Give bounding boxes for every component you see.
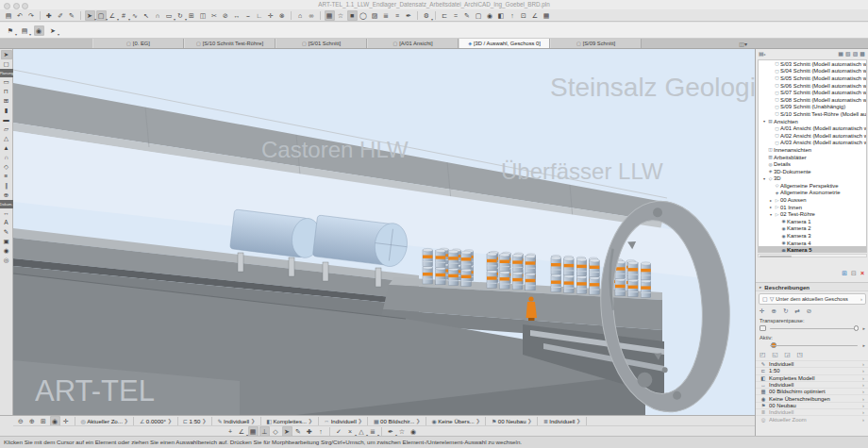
- corner-icon[interactable]: ∟: [255, 10, 265, 21]
- stories-icon[interactable]: ≡: [392, 10, 403, 21]
- window-tool-icon[interactable]: ⊞: [1, 96, 12, 106]
- zone-tool-icon[interactable]: ▣: [1, 237, 12, 246]
- eyedropper-icon[interactable]: ✐: [56, 10, 66, 21]
- tree-item[interactable]: ◎Details: [759, 160, 866, 168]
- guideline-icon[interactable]: ∠▾: [108, 10, 118, 21]
- home-icon[interactable]: ⌂: [295, 10, 306, 21]
- brush-icon[interactable]: ✒▾: [386, 426, 396, 437]
- frame-icon[interactable]: ◫: [198, 10, 209, 21]
- cancel-icon[interactable]: ×▾: [345, 426, 356, 437]
- swap-icon[interactable]: ◲: [784, 351, 790, 358]
- slider-track[interactable]: [770, 328, 858, 329]
- zoom-out-icon[interactable]: ⊖: [16, 416, 26, 426]
- wall-tool-icon[interactable]: ▭: [1, 77, 12, 87]
- arrow-tool-icon[interactable]: ➤▾: [48, 25, 58, 36]
- move-reference-icon[interactable]: ⇄: [794, 307, 799, 315]
- statusbar-orientation-control[interactable]: ∠0.0000°❯: [137, 418, 174, 424]
- tree-item[interactable]: ▸▷01 Innen: [759, 204, 866, 211]
- cursor-snap-icon[interactable]: ↖: [142, 10, 152, 21]
- profile-person-icon[interactable]: ◉: [34, 25, 44, 36]
- transform-icon[interactable]: △▾: [357, 426, 367, 437]
- angle-icon[interactable]: ∠: [530, 10, 541, 21]
- quick-option-row[interactable]: ⊏1:50›: [756, 367, 868, 373]
- pan-icon[interactable]: ✛: [61, 416, 72, 426]
- text-tool-icon[interactable]: A: [1, 218, 12, 227]
- slider-arrow-icon[interactable]: ▸: [862, 342, 865, 348]
- film-icon[interactable]: ▦: [542, 10, 552, 21]
- grid-icon[interactable]: ⊞: [187, 10, 197, 21]
- rectangle-icon[interactable]: ▭▾: [164, 10, 175, 21]
- selection-icon[interactable]: ■: [347, 10, 358, 21]
- link-icon[interactable]: ∞: [307, 10, 317, 21]
- adjust-icon[interactable]: ✛: [266, 10, 276, 21]
- tab-5[interactable]: ◈[3D / Auswahl, Geschoss 0]: [459, 39, 550, 48]
- marquee-icon[interactable]: ▢▾: [96, 10, 107, 21]
- door-tool-icon[interactable]: ⊓: [1, 87, 12, 96]
- snap-grid-icon[interactable]: #▾: [119, 10, 129, 21]
- tree-item[interactable]: ◈Allgemeine Axonometrie: [759, 190, 866, 197]
- object-tool-icon[interactable]: ⊕: [1, 191, 12, 200]
- statusbar-pen-set-control[interactable]: ✎Individuell❯: [215, 418, 258, 424]
- slider-swatch[interactable]: [760, 325, 766, 331]
- coord-grid-icon[interactable]: +: [225, 426, 236, 437]
- tree-horizontal-scrollbar[interactable]: [758, 254, 867, 257]
- trace-reference-dropdown[interactable]: ▢ ▽ Unter dem aktuellen Geschoss ›: [759, 293, 866, 305]
- statusbar-graphic-override-control[interactable]: ◉Keine Übers...❯: [429, 418, 482, 424]
- tree-item[interactable]: ▢S/09 Schnitt (Unabhängig): [759, 104, 866, 111]
- options-icon[interactable]: ≣▾: [368, 426, 378, 437]
- view-map-icon[interactable]: ▧: [845, 50, 851, 58]
- select-arrow-icon[interactable]: ➤▾: [85, 10, 95, 21]
- tree-item[interactable]: ▾◇3D: [759, 175, 866, 183]
- statusbar-zoom-control[interactable]: ◎Aktueller Zo...❯: [78, 418, 130, 424]
- zoom-in-icon[interactable]: ⊕: [27, 416, 38, 426]
- statusbar-scale-control[interactable]: ⊏1:50❯: [181, 418, 209, 424]
- slider-track[interactable]: [770, 345, 858, 346]
- explode-icon[interactable]: ⊗: [277, 10, 288, 21]
- favorites-icon[interactable]: ☆: [336, 10, 346, 21]
- up-icon[interactable]: ↑: [508, 10, 518, 21]
- pencil-icon[interactable]: ✎: [293, 426, 304, 437]
- camera-tool-tool-icon[interactable]: ◉: [1, 246, 12, 256]
- tree-item[interactable]: ◫Innenansichten: [759, 146, 866, 154]
- quick-option-row[interactable]: ◧Komplettes Modell›: [756, 374, 868, 381]
- magnet-icon[interactable]: ∩: [153, 10, 163, 21]
- quick-option-row[interactable]: ◉Keine Überschreibungen›: [756, 394, 868, 401]
- tree-item[interactable]: ◉Kamera 5: [759, 246, 866, 253]
- settings2-icon[interactable]: ◳: [796, 351, 802, 358]
- tab-overflow-icon[interactable]: ◫▾: [739, 41, 747, 47]
- tree-item[interactable]: ▸▷00 Aussen: [759, 196, 866, 204]
- undo-icon[interactable]: ↶: [15, 10, 25, 21]
- tree-item[interactable]: ◉Kamera 2: [759, 225, 866, 233]
- tree-item[interactable]: ▢A/02 Ansicht (Modell automatisch wieder…: [759, 132, 866, 140]
- tab-3[interactable]: ▢[S/01 Schnitt]: [275, 39, 367, 48]
- snap-icon[interactable]: ∠▾: [237, 426, 247, 437]
- renovation-flag-icon[interactable]: ⚑▾: [6, 25, 16, 36]
- relative-icon[interactable]: ◇: [271, 426, 281, 437]
- morph-tool-icon[interactable]: ◇: [1, 162, 12, 172]
- eye-icon[interactable]: ◉: [485, 10, 495, 21]
- tree-item[interactable]: ▢S/10 Schnitt Test-Röhre (Modell automat…: [759, 110, 866, 118]
- trace-opacity-slider[interactable]: ▸: [760, 324, 865, 332]
- fillet-icon[interactable]: ⌣: [243, 10, 254, 21]
- settings-icon[interactable]: ⚙▾: [422, 10, 432, 21]
- tree-item[interactable]: ▢S/03 Schnitt (Modell automatisch wieder…: [759, 60, 866, 68]
- dimension-tool-icon[interactable]: ↔: [1, 208, 12, 218]
- ortho-icon[interactable]: ⊥: [259, 426, 270, 437]
- tree-item[interactable]: ◇Allgemeine Perspektive: [759, 182, 866, 190]
- profile-icon[interactable]: ◧: [496, 10, 507, 21]
- tab-1[interactable]: ▢[0. EG]: [92, 39, 184, 48]
- equal-icon[interactable]: =: [451, 10, 461, 21]
- scrollbar-thumb[interactable]: [760, 256, 792, 258]
- pick-reference-icon[interactable]: ✛: [760, 307, 764, 315]
- statusbar-pen-table-control[interactable]: ▦00 Bildschir...❯: [371, 418, 423, 424]
- tree-item[interactable]: ▢S/06 Schnitt (Modell automatisch wieder…: [759, 82, 866, 90]
- tree-item[interactable]: ▥Arbeitsblätter: [759, 154, 866, 161]
- quick-option-row[interactable]: ↔Individuell›: [756, 381, 868, 388]
- snap-line-icon[interactable]: ∿: [130, 10, 141, 21]
- tab-4[interactable]: ▢[A/01 Ansicht]: [367, 39, 459, 48]
- tree-item[interactable]: ▢S/04 Schnitt (Modell automatisch wieder…: [759, 68, 866, 75]
- reference-settings-icon[interactable]: ⊘: [807, 307, 811, 315]
- statusbar-structure-display-control[interactable]: ◧Komplettes...❯: [264, 418, 315, 424]
- plus-icon[interactable]: ✚: [305, 426, 315, 437]
- select-arrow-icon[interactable]: ➤: [282, 426, 292, 437]
